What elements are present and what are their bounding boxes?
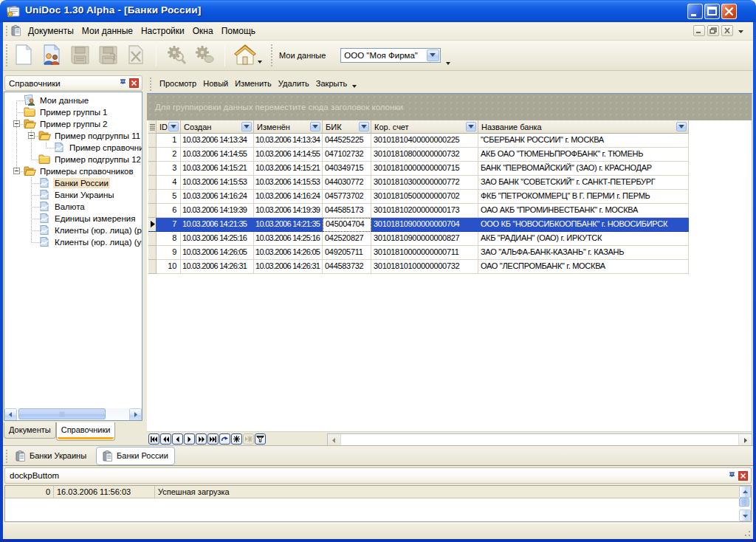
grid-cell[interactable]: 10.03.2006 14:25:16 [254, 232, 323, 246]
grid-cell[interactable]: 10 [157, 260, 181, 274]
grid-toolbar-grip[interactable] [149, 76, 152, 91]
mdi-minimize-button[interactable] [693, 25, 705, 36]
tree-item[interactable]: Пример справочника [4, 142, 142, 154]
grid-cell[interactable]: "СБЕРБАНК РОССИИ" г. МОСКВА [478, 134, 689, 148]
dock-vertical-scrollbar[interactable] [739, 486, 751, 521]
my-data-users-button[interactable] [38, 43, 66, 69]
grid-row[interactable]: 610.03.2006 14:19:3910.03.2006 14:19:390… [148, 204, 689, 218]
nav-prev-page-button[interactable] [160, 433, 171, 445]
column-header-4[interactable]: Кор. счет [371, 120, 478, 134]
grid-cell[interactable]: 30101810800000000732 [371, 148, 478, 162]
grid-cell[interactable]: ООО КБ "НОВОСИБКООПБАНК" г. НОВОСИБИРСК [478, 218, 689, 232]
menu-settings[interactable]: Настройки [137, 24, 189, 38]
minimize-button[interactable] [687, 4, 703, 19]
settings-search-button[interactable] [162, 43, 190, 69]
mdi-restore-button[interactable] [707, 25, 719, 36]
grid-cell[interactable]: 10.03.2006 14:16:24 [254, 190, 323, 204]
grid-cell[interactable]: 30101810000000000711 [371, 246, 478, 260]
tree-item-label[interactable]: Банки России [53, 178, 110, 188]
grid-cell[interactable]: 30101810400000000225 [371, 134, 478, 148]
company-combobox[interactable]: ООО "Моя Фирма" [340, 48, 441, 63]
group-by-panel[interactable]: Для группировки данных переместите сюда … [147, 94, 752, 120]
grid-cell[interactable]: 10.03.2006 14:13:34 [254, 134, 323, 148]
close-grid-button[interactable]: Закрыть [313, 77, 350, 90]
toolbar-band2-grip[interactable] [270, 43, 273, 68]
grid-cell[interactable]: 10.03.2006 14:26:05 [181, 246, 254, 260]
filter-chevron-icon[interactable] [676, 122, 687, 131]
menu-documents[interactable]: Документы [24, 24, 78, 38]
new-button[interactable]: Новый [200, 77, 231, 90]
nav-filter-button[interactable] [255, 433, 266, 445]
grid-cell[interactable]: 30101810100000000732 [371, 260, 478, 274]
menu-windows[interactable]: Окна [189, 24, 218, 38]
log-row[interactable]: 016.03.2006 11:56:03Успешная загрузка [5, 486, 751, 498]
scrollbar-track[interactable] [739, 498, 751, 510]
column-header-0[interactable]: ID [157, 120, 181, 134]
grid-row[interactable]: 1010.03.2006 14:26:3110.03.2006 14:26:31… [148, 260, 689, 274]
grid-cell[interactable]: 30101810000000000715 [371, 162, 478, 176]
home-dropdown-caret[interactable] [258, 57, 263, 66]
tree-item[interactable]: Валюта [4, 201, 142, 213]
grid-scroll-left-arrow[interactable] [328, 434, 341, 446]
grid-cell[interactable]: 1 [157, 134, 181, 148]
tree-item-label[interactable]: Мои данные [38, 95, 90, 106]
grid-cell[interactable]: 10.03.2006 14:15:21 [181, 162, 254, 176]
grid-cell[interactable]: 049205711 [323, 246, 371, 260]
filter-chevron-icon[interactable] [359, 122, 369, 131]
grid-cell[interactable]: 045773702 [323, 190, 371, 204]
grid-cell[interactable]: 044583732 [323, 260, 371, 274]
filter-chevron-icon[interactable] [168, 122, 179, 131]
grid-toolbar-caret[interactable] [352, 81, 357, 90]
tree-item[interactable]: Пример подгруппы 12 [4, 154, 142, 165]
view-button[interactable]: Просмотр [157, 77, 199, 90]
tree-item[interactable]: Пример группы 1 [4, 106, 142, 118]
close-button[interactable] [721, 4, 737, 19]
tree-item-label[interactable]: Пример группы 1 [38, 107, 109, 117]
column-header-1[interactable]: Создан [181, 120, 254, 134]
grid-cell[interactable]: 044525225 [323, 134, 371, 148]
delete-document-button[interactable] [122, 43, 150, 69]
toolbar-overflow-caret[interactable] [446, 58, 451, 67]
grid-cell[interactable]: 040349715 [323, 162, 371, 176]
grid-cell[interactable]: 6 [157, 204, 181, 218]
tree-item-label[interactable]: Клиенты (юр. лица) (укр. [53, 237, 142, 247]
grid-cell[interactable]: 10.03.2006 14:13:34 [181, 134, 254, 148]
scroll-down-arrow[interactable] [739, 510, 751, 521]
grid-row[interactable]: 210.03.2006 14:14:5510.03.2006 14:14:550… [148, 148, 689, 162]
grid-row[interactable]: 410.03.2006 14:15:5310.03.2006 14:15:530… [148, 176, 689, 190]
settings-delete-button[interactable] [190, 43, 219, 69]
nav-next-page-button[interactable] [196, 433, 207, 445]
grid-row[interactable]: 710.03.2006 14:21:3510.03.2006 14:21:350… [148, 218, 689, 232]
tree-item-label[interactable]: Клиенты (юр. лица) (рос. [53, 225, 142, 236]
menu-help[interactable]: Помощь [218, 24, 260, 38]
sidebar-horizontal-scrollbar[interactable] [4, 408, 142, 421]
grid-cell[interactable]: 10.03.2006 14:15:21 [254, 162, 323, 176]
toolbar-grip[interactable] [5, 43, 8, 68]
tree-item-label[interactable]: Банки Украины [53, 190, 116, 200]
grid-cell[interactable]: 10.03.2006 14:26:31 [254, 260, 323, 274]
grid-cell[interactable]: 10.03.2006 14:19:39 [181, 204, 254, 218]
maximize-button[interactable] [704, 4, 720, 19]
tree-item[interactable]: Банки Украины [4, 189, 142, 201]
mdi-tab-banki-rossii[interactable]: Банки России [96, 447, 175, 465]
tree-item[interactable]: Примеры справочников [4, 165, 142, 177]
save-button[interactable] [66, 43, 94, 69]
grid-cell[interactable]: 10.03.2006 14:19:39 [254, 204, 323, 218]
scroll-up-arrow[interactable] [739, 486, 751, 498]
grid-row[interactable]: 910.03.2006 14:26:0510.03.2006 14:26:050… [148, 246, 689, 260]
dock-close-icon[interactable] [738, 471, 748, 481]
tree-item-label[interactable]: Единицы измерения [53, 213, 137, 224]
grid-cell[interactable]: АКБ "РАДИАН" (ОАО) г. ИРКУТСК [478, 232, 689, 246]
column-header-5[interactable]: Название банка [478, 120, 689, 134]
filter-chevron-icon[interactable] [241, 122, 252, 131]
grid-cell[interactable]: АКБ ОАО "ТЮМЕНЬПРОФБАНК" г. ТЮМЕНЬ [478, 148, 689, 162]
grid-cell[interactable]: 30101810300000000772 [371, 176, 478, 190]
grid-cell[interactable]: 10.03.2006 14:21:35 [254, 218, 323, 232]
sidebar-close-icon[interactable] [129, 78, 139, 88]
nav-new-button[interactable] [231, 433, 242, 445]
column-header-3[interactable]: БИК [323, 120, 371, 134]
tree-item[interactable]: Клиенты (юр. лица) (рос. [4, 224, 142, 236]
column-header-2[interactable]: Изменён [254, 120, 323, 134]
grid-cell[interactable]: 9 [157, 246, 181, 260]
tree-item-label[interactable]: Пример подгруппы 12 [53, 154, 142, 165]
